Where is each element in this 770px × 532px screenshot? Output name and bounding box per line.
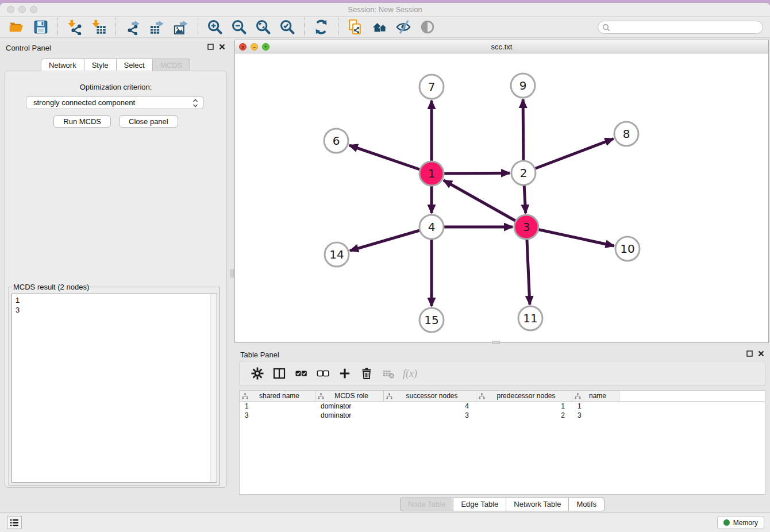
- column-header-name[interactable]: name: [572, 391, 619, 401]
- graph-node-label-6: 6: [333, 134, 340, 148]
- show-panel-eye-icon[interactable]: [419, 18, 436, 36]
- table-row[interactable]: 3dominator323: [240, 411, 765, 420]
- export-network-icon[interactable]: [124, 18, 141, 36]
- import-network-icon[interactable]: [66, 18, 83, 36]
- run-mcds-button[interactable]: Run MCDS: [53, 115, 111, 128]
- reset-layout-icon[interactable]: [371, 18, 388, 36]
- table-settings-gear-icon[interactable]: [249, 365, 265, 381]
- tab-network-table[interactable]: Network Table: [506, 498, 569, 511]
- zoom-in-icon[interactable]: [206, 18, 224, 36]
- criterion-dropdown-value: strongly connected component: [33, 98, 135, 107]
- memory-status-icon: [723, 519, 730, 526]
- graph-node-label-15: 15: [424, 313, 438, 327]
- graph-node-label-4: 4: [428, 220, 436, 234]
- select-all-icon[interactable]: [293, 365, 309, 381]
- tab-motifs[interactable]: Motifs: [569, 498, 605, 511]
- table-cell[interactable]: 3: [384, 411, 476, 420]
- close-table-panel-icon[interactable]: [758, 350, 764, 357]
- graph-node-label-1: 1: [428, 167, 436, 180]
- toolbar-separator: [116, 18, 116, 36]
- delete-table-icon[interactable]: [380, 365, 396, 381]
- table-row[interactable]: 1dominator411: [240, 402, 765, 411]
- table-panel-title: Table Panel: [240, 350, 279, 359]
- status-bar: Memory: [0, 512, 770, 532]
- column-type-icon: [242, 393, 248, 399]
- application-window: Session: New Session: [0, 2, 770, 532]
- clone-network-icon[interactable]: [346, 18, 364, 36]
- delete-column-trash-icon[interactable]: [359, 365, 375, 381]
- graph-node-label-14: 14: [329, 248, 344, 261]
- graph-node-label-8: 8: [623, 127, 630, 141]
- float-table-panel-icon[interactable]: [746, 350, 753, 357]
- table-cell[interactable]: 2: [476, 411, 572, 420]
- close-panel-icon[interactable]: [219, 44, 225, 50]
- tab-edge-table[interactable]: Edge Table: [453, 498, 506, 511]
- column-header-shared-name[interactable]: shared name: [240, 391, 315, 401]
- table-panel: Table Panel: [234, 345, 770, 515]
- network-canvas[interactable]: 7968124314101511: [235, 53, 768, 342]
- search-icon: [602, 24, 610, 32]
- table-cell[interactable]: 1: [572, 402, 619, 411]
- add-column-icon[interactable]: [337, 365, 353, 381]
- table-panel-tabs: Node TableEdge TableNetwork TableMotifs: [400, 498, 605, 511]
- float-panel-icon[interactable]: [207, 44, 214, 50]
- mcds-result-fieldset: MCDS result (2 nodes) 1 3: [9, 283, 220, 485]
- graph-edge-1-6[interactable]: [349, 145, 432, 174]
- list-icon: [10, 519, 19, 527]
- open-session-icon[interactable]: [8, 18, 25, 36]
- search-input[interactable]: [598, 21, 763, 34]
- memory-button[interactable]: Memory: [717, 516, 764, 529]
- graph-edge-3-1[interactable]: [444, 180, 526, 227]
- column-type-icon: [386, 393, 392, 399]
- graph-node-label-11: 11: [523, 311, 537, 325]
- toolbar-separator: [338, 18, 338, 36]
- task-history-button[interactable]: [7, 516, 22, 529]
- optimization-criterion-label: Optimization criterion:: [5, 83, 226, 91]
- control-panel-title: Control Panel: [6, 44, 51, 52]
- toolbar-separator: [57, 18, 58, 36]
- graph-edge-2-8[interactable]: [523, 139, 614, 173]
- table-cell[interactable]: 4: [384, 402, 476, 411]
- network-frame-titlebar[interactable]: x – + scc.txt: [235, 40, 768, 53]
- column-header-successor-nodes[interactable]: successor nodes: [384, 391, 476, 401]
- table-cell[interactable]: 1: [476, 402, 572, 411]
- graph-node-label-7: 7: [428, 80, 436, 94]
- panel-splitter-handle[interactable]: [230, 269, 234, 277]
- column-visibility-icon[interactable]: [271, 365, 287, 381]
- table-cell[interactable]: 3: [572, 411, 619, 420]
- graph-edge-3-10[interactable]: [526, 227, 614, 246]
- column-header-predecessor-nodes[interactable]: predecessor nodes: [476, 391, 572, 401]
- zoom-fit-icon[interactable]: [255, 18, 272, 36]
- title-bar: Session: New Session: [0, 3, 770, 17]
- import-table-icon[interactable]: [90, 18, 107, 36]
- tab-node-table[interactable]: Node Table: [400, 498, 454, 511]
- zoom-selected-icon[interactable]: [279, 18, 296, 36]
- frame-splitter-handle[interactable]: [492, 341, 500, 344]
- toolbar-separator: [304, 18, 305, 36]
- export-image-icon[interactable]: [172, 18, 190, 36]
- table-cell[interactable]: dominator: [315, 411, 384, 420]
- zoom-out-icon[interactable]: [230, 18, 248, 36]
- memory-label: Memory: [733, 519, 758, 527]
- result-scrollbar[interactable]: [210, 294, 217, 482]
- column-type-icon: [575, 393, 581, 399]
- function-builder-icon[interactable]: f(x): [403, 368, 417, 380]
- apply-layout-icon[interactable]: [313, 18, 330, 36]
- table-cell[interactable]: dominator: [315, 402, 384, 411]
- graph-node-label-3: 3: [523, 220, 530, 234]
- table-cell[interactable]: 3: [240, 411, 315, 420]
- mcds-result-box[interactable]: 1 3: [11, 294, 217, 483]
- column-header-MCDS-role[interactable]: MCDS role: [315, 391, 384, 401]
- table-cell[interactable]: 1: [240, 402, 315, 411]
- export-table-icon[interactable]: [148, 18, 165, 36]
- criterion-dropdown[interactable]: strongly connected component: [26, 96, 203, 109]
- close-panel-button[interactable]: Close panel: [119, 115, 178, 128]
- graph-node-label-10: 10: [620, 242, 634, 256]
- column-type-icon: [318, 393, 324, 399]
- table-header-row: shared nameMCDS rolesuccessor nodesprede…: [240, 391, 765, 402]
- network-frame-title: scc.txt: [235, 43, 768, 51]
- unselect-all-icon[interactable]: [315, 365, 331, 381]
- hide-panel-eye-icon[interactable]: [395, 18, 412, 36]
- column-type-icon: [479, 393, 485, 399]
- save-session-icon[interactable]: [32, 18, 49, 36]
